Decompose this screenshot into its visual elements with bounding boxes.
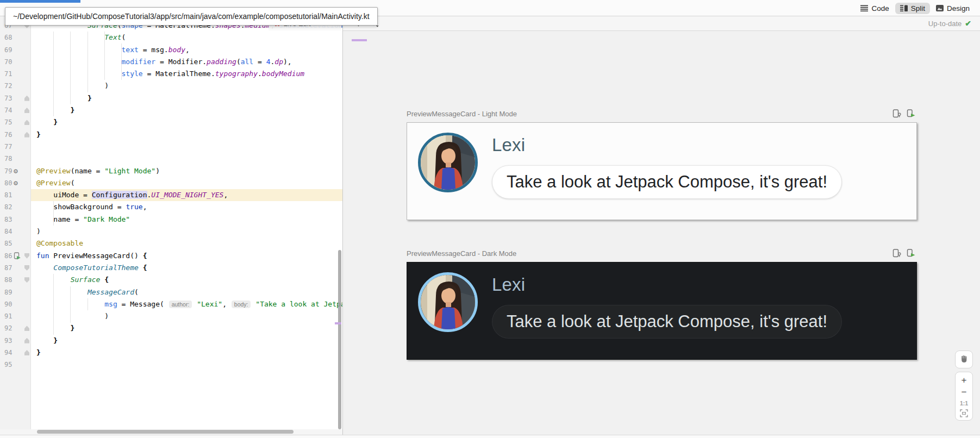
zoom-fit-button[interactable] (956, 409, 972, 417)
editor-horizontal-scrollbar[interactable] (37, 430, 294, 434)
code-line-91[interactable]: 91 ) (0, 310, 342, 322)
tab-code[interactable]: Code (856, 3, 894, 14)
message-bubble: Take a look at Jetpack Compose, it's gre… (492, 165, 842, 199)
preview-settings-gear-icon[interactable]: ⚙ (14, 178, 18, 188)
zoom-actual-button[interactable]: 1:1 (956, 399, 972, 408)
error-stripe-mark (352, 39, 367, 41)
code-line-88[interactable]: 88 Surface { (0, 274, 342, 286)
code-line-78[interactable]: 78 (0, 153, 342, 165)
code-line-80[interactable]: 80⚙@Preview( (0, 177, 342, 189)
interactive-preview-icon[interactable] (892, 249, 902, 258)
fold-marker-icon[interactable] (24, 120, 29, 125)
line-number: 81 (0, 189, 12, 201)
code-line-92[interactable]: 92 } (0, 322, 342, 334)
line-number: 88 (0, 274, 12, 286)
fold-marker-icon[interactable] (24, 338, 29, 343)
code-line-86[interactable]: 86fun PreviewMessageCard() { (0, 250, 342, 262)
line-number: 82 (0, 201, 12, 213)
code-line-93[interactable]: 93 } (0, 335, 342, 347)
line-number: 69 (0, 44, 12, 56)
code-line-73[interactable]: 73 } (0, 92, 342, 104)
code-line-79[interactable]: 79⚙@Preview(name = "Light Mode") (0, 165, 342, 177)
editor-vertical-scrollbar[interactable] (338, 250, 341, 429)
preview-settings-gear-icon[interactable]: ⚙ (14, 166, 18, 176)
code-line-85[interactable]: 85@Composable (0, 237, 342, 249)
tab-design-label: Design (947, 4, 970, 12)
line-number: 93 (0, 335, 12, 347)
line-number: 72 (0, 80, 12, 92)
code-line-69[interactable]: 69 text = msg.body, (0, 44, 342, 56)
tab-design[interactable]: Design (931, 3, 975, 14)
code-line-70[interactable]: 70 modifier = Modifier.padding(all = 4.d… (0, 56, 342, 68)
status-bar (0, 435, 980, 438)
pan-button[interactable] (955, 351, 973, 368)
line-number: 73 (0, 92, 12, 104)
code-line-94[interactable]: 94} (0, 347, 342, 359)
avatar (418, 272, 478, 332)
line-number: 87 (0, 262, 12, 274)
line-number: 74 (0, 104, 12, 116)
line-number: 89 (0, 286, 12, 298)
line-number: 84 (0, 226, 12, 237)
code-lines[interactable]: 67 Surface(shape = MaterialTheme.shapes.… (0, 20, 342, 371)
line-number: 86 (0, 250, 12, 262)
line-number: 79 (0, 165, 12, 177)
build-status[interactable]: Up-to-date ✔ (928, 19, 980, 28)
fold-marker-icon[interactable] (24, 265, 29, 271)
code-line-71[interactable]: 71 style = MaterialTheme.typography.body… (0, 68, 342, 80)
fold-marker-icon[interactable] (24, 253, 29, 259)
code-line-81[interactable]: 81 uiMode = Configuration.UI_MODE_NIGHT_… (0, 189, 342, 201)
tab-code-label: Code (871, 4, 889, 12)
code-line-68[interactable]: 68 Text( (0, 32, 342, 43)
line-number: 94 (0, 347, 12, 359)
code-line-74[interactable]: 74 } (0, 104, 342, 116)
fold-marker-icon[interactable] (24, 96, 29, 101)
line-number: 85 (0, 237, 12, 249)
error-stripe-mark (335, 322, 341, 324)
line-number: 70 (0, 56, 12, 68)
file-path-tooltip: ~/Development/GitHub/ComposeTutorial3/ap… (5, 7, 378, 26)
code-line-77[interactable]: 77 (0, 141, 342, 153)
build-status-label: Up-to-date (928, 20, 962, 28)
line-number: 75 (0, 116, 12, 128)
line-number: 78 (0, 153, 12, 165)
fold-marker-icon[interactable] (24, 108, 29, 113)
message-author: Lexi (492, 274, 842, 295)
interactive-preview-icon[interactable] (892, 109, 902, 118)
fold-marker-icon[interactable] (24, 350, 29, 355)
preview-section-dark: PreviewMessageCard - Dark Mode (407, 248, 917, 360)
line-number: 71 (0, 68, 12, 80)
preview-title-light: PreviewMessageCard - Light Mode (407, 110, 517, 118)
code-line-72[interactable]: 72 ) (0, 80, 342, 92)
code-line-76[interactable]: 76} (0, 129, 342, 141)
code-editor[interactable]: 67 Surface(shape = MaterialTheme.shapes.… (0, 16, 342, 429)
split-view-icon (900, 5, 908, 11)
tab-split[interactable]: Split (895, 3, 930, 14)
zoom-out-button[interactable]: − (956, 387, 972, 397)
run-preview-icon[interactable] (907, 109, 916, 118)
code-line-95[interactable]: 95 (0, 359, 342, 371)
fold-marker-icon[interactable] (24, 277, 29, 283)
fold-marker-icon[interactable] (24, 132, 29, 137)
avatar (418, 133, 478, 192)
preview-toolbar: Up-to-date ✔ (343, 16, 980, 31)
code-line-87[interactable]: 87 ComposeTutorialTheme { (0, 262, 342, 274)
line-number: 80 (0, 177, 12, 189)
fold-marker-icon[interactable] (24, 326, 29, 331)
code-line-90[interactable]: 90 msg = Message( author: "Lexi", body: … (0, 298, 342, 310)
run-preview-gutter-icon[interactable] (14, 251, 21, 260)
zoom-in-button[interactable]: + (956, 375, 972, 385)
code-line-84[interactable]: 84) (0, 226, 342, 237)
preview-canvas[interactable]: PreviewMessageCard - Light Mode (343, 31, 980, 435)
hand-icon (960, 354, 969, 365)
code-line-89[interactable]: 89 MessageCard( (0, 286, 342, 298)
line-number: 83 (0, 214, 12, 226)
preview-section-light: PreviewMessageCard - Light Mode (407, 108, 917, 220)
code-line-82[interactable]: 82 showBackground = true, (0, 201, 342, 213)
code-line-75[interactable]: 75 } (0, 116, 342, 128)
preview-render-dark: Lexi Take a look at Jetpack Compose, it'… (407, 262, 917, 360)
run-preview-icon[interactable] (907, 249, 916, 258)
line-number: 76 (0, 129, 12, 141)
line-number: 77 (0, 141, 12, 153)
code-line-83[interactable]: 83 name = "Dark Mode" (0, 214, 342, 226)
